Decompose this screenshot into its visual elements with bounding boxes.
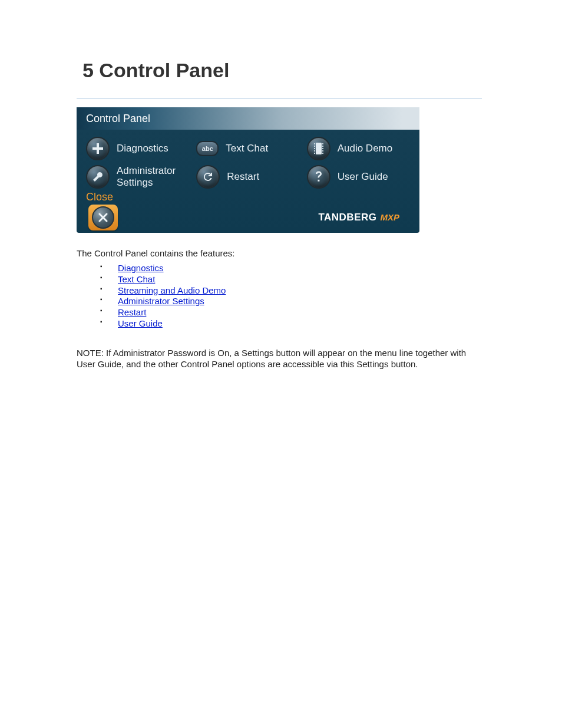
panel-item-restart[interactable]: Restart <box>193 163 303 191</box>
svg-rect-3 <box>314 148 315 149</box>
brand-logo: TANDBERG MXP <box>318 212 414 223</box>
chapter-title: 5 Control Panel <box>82 59 521 82</box>
close-label: Close <box>82 191 414 205</box>
svg-rect-2 <box>314 146 315 147</box>
svg-rect-4 <box>314 150 315 151</box>
panel-item-text-chat[interactable]: abc Text Chat <box>193 134 303 163</box>
film-icon <box>307 137 330 160</box>
list-item: Text Chat <box>100 274 454 285</box>
list-item: Diagnostics <box>100 263 454 274</box>
horizontal-rule <box>77 98 482 99</box>
brand-sub: MXP <box>380 212 399 222</box>
link-restart[interactable]: Restart <box>118 307 146 317</box>
panel-item-label: Restart <box>227 171 259 183</box>
abc-icon: abc <box>196 141 219 156</box>
feature-link-list: Diagnostics Text Chat Streaming and Audi… <box>100 263 454 330</box>
panel-item-label: Diagnostics <box>117 143 168 154</box>
link-diagnostics[interactable]: Diagnostics <box>118 263 164 273</box>
list-item: Streaming and Audio Demo <box>100 285 454 297</box>
svg-rect-9 <box>322 150 323 151</box>
note-text: NOTE: If Administrator Password is On, a… <box>77 347 477 370</box>
svg-rect-7 <box>322 146 323 147</box>
close-section: Close TANDBERG MXP <box>82 191 414 230</box>
control-panel-header: Control Panel <box>77 107 419 130</box>
list-item: User Guide <box>100 318 454 330</box>
plus-icon <box>86 137 110 160</box>
panel-item-label: User Guide <box>338 171 388 183</box>
question-icon <box>307 165 330 189</box>
panel-item-diagnostics[interactable]: Diagnostics <box>82 134 193 163</box>
panel-item-user-guide[interactable]: User Guide <box>303 163 414 191</box>
close-icon <box>92 206 114 229</box>
panel-item-label: Audio Demo <box>338 143 393 154</box>
link-streaming-audio-demo[interactable]: Streaming and Audio Demo <box>118 285 226 295</box>
link-text-chat[interactable]: Text Chat <box>118 274 155 284</box>
list-item: Administrator Settings <box>100 296 454 307</box>
svg-rect-8 <box>322 148 323 149</box>
panel-item-audio-demo[interactable]: Audio Demo <box>303 134 414 163</box>
panel-item-label: Administrator Settings <box>117 165 176 188</box>
link-user-guide[interactable]: User Guide <box>118 318 163 328</box>
close-button[interactable] <box>88 205 118 230</box>
link-administrator-settings[interactable]: Administrator Settings <box>118 296 204 306</box>
brand-name: TANDBERG <box>318 212 376 223</box>
svg-rect-0 <box>316 143 322 154</box>
control-panel-title: Control Panel <box>86 113 150 125</box>
control-panel-screenshot: Control Panel Diagnostics abc Text Chat <box>77 107 419 233</box>
svg-rect-6 <box>322 143 323 144</box>
panel-item-label: Text Chat <box>226 143 268 154</box>
wrench-icon <box>86 165 110 189</box>
svg-rect-1 <box>314 143 315 144</box>
intro-text: The Control Panel contains the features: <box>77 248 459 258</box>
list-item: Restart <box>100 307 454 318</box>
svg-rect-10 <box>322 153 323 154</box>
panel-item-admin-settings[interactable]: Administrator Settings <box>82 163 193 191</box>
svg-rect-5 <box>314 153 315 154</box>
refresh-icon <box>196 165 220 189</box>
